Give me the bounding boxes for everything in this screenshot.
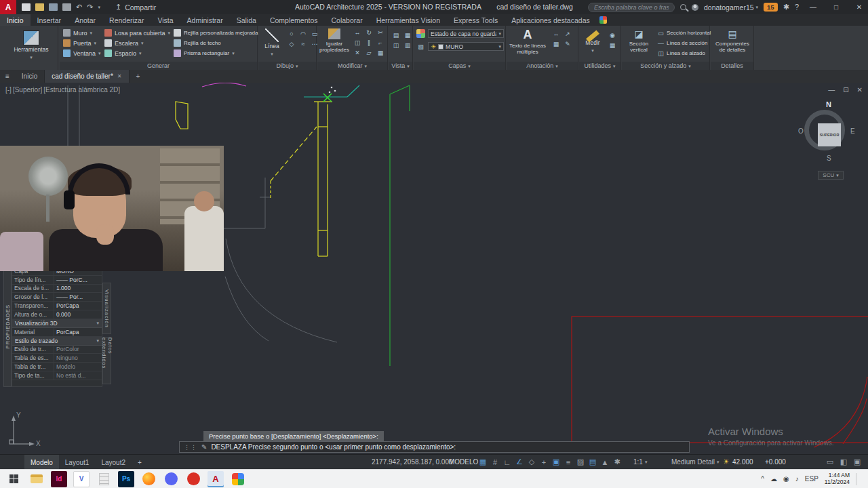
muro-button[interactable]: Muro▾ (63, 28, 101, 37)
panel-label-detalles[interactable]: Detalles (711, 62, 753, 70)
layout1-tab[interactable]: Layout1 (59, 455, 96, 470)
array-icon[interactable]: ▦ (376, 49, 385, 57)
detail-level-button[interactable]: Medium Detail▾ (671, 458, 719, 466)
trim-icon[interactable]: ✂ (376, 28, 385, 37)
panel-label-modificar[interactable]: Modificar▾ (317, 62, 387, 70)
prop-row-tabla-estilos[interactable]: Tabla de es...Ninguno (12, 354, 102, 363)
qat-menu-icon[interactable]: ▾ (98, 5, 100, 9)
espacio-button[interactable]: Espacio▾ (104, 49, 170, 58)
prop-row-tipo-tabla[interactable]: Tipo de ta...No está d... (12, 371, 102, 380)
doc-tab-inicio[interactable]: Inicio (15, 70, 45, 83)
undo-icon[interactable]: ↶ (76, 3, 82, 11)
app-red-icon[interactable] (185, 471, 201, 487)
viewport-view-menu[interactable]: [Superior] (13, 86, 42, 94)
drawing-minimize-icon[interactable]: — (828, 86, 835, 94)
tray-expand-icon[interactable]: ^ (761, 475, 764, 483)
discord-icon[interactable] (163, 471, 179, 487)
viewcube-face-superior[interactable]: SUPERIOR (818, 123, 841, 146)
linea-alzado-button[interactable]: ◫Línea de alzado (657, 48, 711, 58)
help-icon[interactable]: ? (795, 3, 799, 11)
featured-apps-icon[interactable] (599, 16, 607, 24)
new-doc-tab-button[interactable]: + (130, 70, 147, 83)
viewcube-west[interactable]: O (798, 127, 804, 135)
mirror-icon[interactable]: ∥ (364, 39, 374, 47)
language-indicator[interactable]: ESP (805, 475, 818, 483)
viewport-config-icon[interactable]: ▦ (403, 31, 412, 39)
open-file-icon[interactable] (35, 3, 44, 11)
linea-button[interactable]: Línea ▾ (260, 26, 284, 56)
workspace-switcher-icon[interactable]: ✱ (612, 458, 623, 466)
settings-icon[interactable]: ✱ (783, 3, 789, 11)
isolate-objects-toggle[interactable]: ▭ (825, 458, 835, 466)
polar-toggle[interactable]: ∠ (514, 458, 525, 466)
search-input[interactable] (588, 3, 675, 12)
doc-tab-active[interactable]: cad diseño de taller* ✕ (45, 70, 129, 83)
viewcube-north[interactable]: N (826, 100, 831, 108)
osnap-toggle[interactable]: ▣ (551, 458, 561, 466)
command-line-grip[interactable]: ⋮⋮ (184, 444, 197, 451)
prop-section-estilo-trazado[interactable]: Estilo de trazado▾ (12, 337, 102, 346)
graphics-performance-toggle[interactable]: ◧ (838, 458, 849, 466)
polygon-icon[interactable]: ◇ (287, 40, 296, 48)
tab-complementos[interactable]: Complementos (263, 14, 325, 26)
named-views-icon[interactable]: ▤ (391, 31, 401, 39)
herramientas-button[interactable]: Herramientas ▾ (4, 28, 58, 60)
viewcube-south[interactable]: S (827, 155, 831, 162)
notes-app-icon[interactable] (96, 471, 112, 487)
viewport-style-menu[interactable]: [Estructura alámbrica 2D] (43, 86, 120, 94)
tab-inicio[interactable]: Inicio (0, 14, 31, 26)
drawing-close-icon[interactable]: ✕ (857, 86, 863, 94)
rotate-icon[interactable]: ↻ (364, 28, 374, 37)
panel-label-seccion[interactable]: Sección y alzado▾ (622, 62, 709, 70)
seccion-vertical-button[interactable]: ◪ Sección vertical (623, 26, 654, 53)
revision-cloud-icon[interactable]: ✎ (563, 40, 572, 48)
ortho-toggle[interactable]: ∟ (502, 458, 513, 466)
file-explorer-icon[interactable] (28, 471, 45, 487)
fillet-icon[interactable]: ⌐ (376, 39, 385, 47)
wall-lines-green[interactable] (390, 85, 410, 366)
layout2-tab[interactable]: Layout2 (95, 455, 132, 470)
layer-dropdown[interactable]: ☀ MURO ▾ (428, 42, 504, 51)
photoshop-icon[interactable]: Ps (118, 471, 134, 487)
isodraft-toggle[interactable]: ◇ (526, 458, 537, 466)
brightness-icon[interactable]: ☀ (723, 458, 730, 466)
snap-toggle[interactable]: # (490, 458, 500, 466)
texto-multilinea-button[interactable]: A Texto de líneas múltiples (509, 26, 546, 55)
annotation-scale-button[interactable]: 1:1▾ (633, 458, 647, 466)
share-button[interactable]: ↥ Compartir (115, 3, 156, 12)
transparency-toggle[interactable]: ▨ (575, 458, 586, 466)
annotation-toggle[interactable]: ▲ (599, 458, 610, 466)
brightness-value[interactable]: 42.000 (732, 458, 753, 466)
window-minimize-button[interactable]: — (804, 0, 822, 14)
palette-tab-visualizacion[interactable]: Visualización (102, 283, 111, 334)
stretch-icon[interactable]: ▱ (364, 49, 374, 57)
scu-selector[interactable]: SCU▾ (818, 171, 844, 180)
start-button[interactable] (6, 471, 22, 487)
otrack-toggle[interactable]: + (538, 458, 549, 466)
move-icon[interactable]: ↔ (353, 28, 362, 37)
seccion-horizontal-button[interactable]: ▭Sección horizontal (657, 28, 711, 38)
space-indicator[interactable]: MODELO (449, 458, 478, 466)
panel-label-vista[interactable]: Vista▾ (389, 62, 412, 70)
prop-row-transparencia[interactable]: Transparen...PorCapa (12, 302, 102, 310)
model-tab[interactable]: Modelo (24, 455, 59, 470)
tab-express-tools[interactable]: Express Tools (447, 14, 505, 26)
volume-icon[interactable]: ♪ (795, 475, 799, 483)
tab-insertar[interactable]: Insertar (31, 14, 68, 26)
tab-herramientas-vision[interactable]: Herramientas Vision (370, 14, 447, 26)
prop-row-estilo-trazado[interactable]: Estilo de tr...PorColor (12, 346, 102, 354)
tab-aplicaciones-destacadas[interactable]: Aplicaciones destacadas (505, 14, 597, 26)
prop-row-altura[interactable]: Altura de o...0.000 (12, 310, 102, 319)
table-icon[interactable]: ▦ (551, 40, 561, 48)
autocad-taskbar-icon[interactable]: A (208, 471, 224, 487)
elevation-value[interactable]: +0.000 (765, 458, 786, 466)
linea-seccion-button[interactable]: —Línea de sección (657, 38, 711, 48)
viewport-controls-menu[interactable]: [-] (5, 86, 12, 94)
tab-vista[interactable]: Vista (151, 14, 180, 26)
tab-administrar[interactable]: Administrar (180, 14, 230, 26)
search-icon[interactable] (680, 4, 686, 10)
dynamic-input-toggle[interactable]: ▤ (587, 458, 598, 466)
tab-anotar[interactable]: Anotar (68, 14, 102, 26)
tray-clock[interactable]: 1:44 AM 11/2/2024 (825, 472, 850, 486)
view-restore-icon[interactable]: ◫ (391, 41, 401, 49)
